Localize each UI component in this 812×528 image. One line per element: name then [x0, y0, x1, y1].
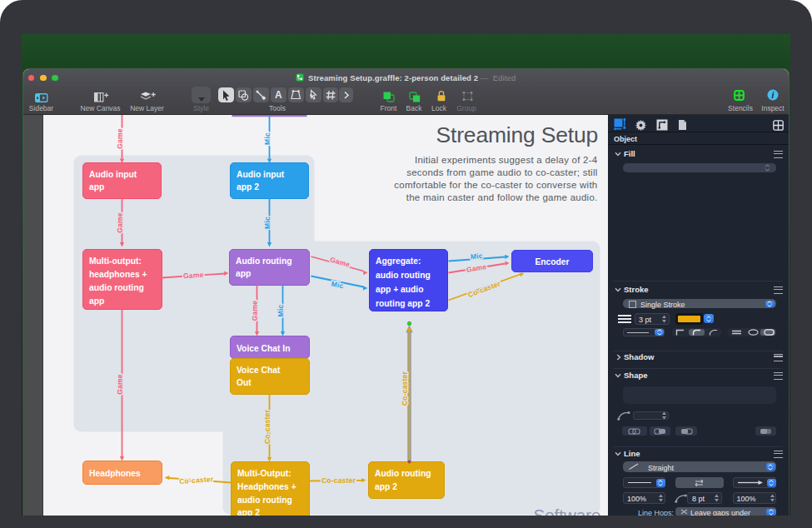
svg-text:Multi-Output:: Multi-Output: [237, 468, 291, 477]
svg-text:Co-caster: Co-caster [262, 409, 271, 444]
svg-text:the main caster and follow the: the main caster and follow the game audi… [406, 192, 597, 202]
svg-text:Streaming Setup: Streaming Setup [436, 122, 597, 147]
svg-text:app 2: app 2 [237, 508, 260, 516]
svg-text:Audio input: Audio input [89, 169, 137, 178]
svg-text:Multi-output:: Multi-output: [89, 256, 142, 265]
svg-text:Out: Out [237, 377, 252, 386]
svg-text:Mic: Mic [262, 217, 271, 229]
svg-text:Headphones +: Headphones + [237, 481, 296, 491]
svg-text:app: app [89, 182, 104, 191]
svg-text:i: i [772, 90, 775, 99]
svg-text:Game: Game [115, 374, 123, 394]
svg-text:seconds from game audio to co-: seconds from game audio to co-caster; st… [406, 167, 597, 177]
svg-text:Headphones: Headphones [89, 468, 141, 477]
svg-text:Initial experiments suggest a: Initial experiments suggest a delay of 2… [414, 154, 597, 164]
svg-text:headphones +: headphones + [89, 269, 147, 278]
svg-text:Voice Chat: Voice Chat [237, 365, 281, 374]
svg-text:Aggregate:: Aggregate: [376, 256, 421, 265]
svg-text:Audio input: Audio input [237, 169, 285, 178]
svg-text:Audio routing: Audio routing [375, 468, 431, 477]
svg-text:Game: Game [182, 270, 203, 280]
svg-text:comfortable for the co-caster: comfortable for the co-caster to convers… [394, 180, 597, 190]
svg-text:Mic: Mic [262, 132, 271, 145]
svg-text:audio routing: audio routing [89, 282, 144, 291]
svg-text:Co-caster: Co-caster [321, 476, 356, 485]
svg-text:Audio routing: Audio routing [236, 256, 291, 265]
svg-text:Game: Game [115, 212, 123, 232]
svg-text:Game: Game [115, 128, 123, 148]
svg-text:audio routing: audio routing [237, 495, 292, 504]
svg-text:audio routing: audio routing [376, 270, 431, 279]
svg-text:app: app [89, 296, 104, 305]
svg-text:app 2: app 2 [375, 481, 397, 491]
svg-text:Mic: Mic [276, 304, 284, 316]
svg-text:app 2: app 2 [237, 182, 259, 191]
svg-text:Voice Chat In: Voice Chat In [237, 343, 290, 352]
svg-text:Game: Game [250, 300, 258, 320]
svg-text:routing app 2: routing app 2 [376, 298, 430, 307]
svg-text:Co-caster: Co-caster [401, 371, 409, 406]
svg-text:app: app [236, 268, 251, 277]
svg-text:app + audio: app + audio [376, 284, 424, 293]
svg-text:Software: Software [533, 506, 600, 516]
svg-text:Mic: Mic [470, 251, 483, 260]
svg-text:Co-caster: Co-caster [178, 475, 213, 486]
svg-text:Encoder: Encoder [535, 257, 569, 266]
